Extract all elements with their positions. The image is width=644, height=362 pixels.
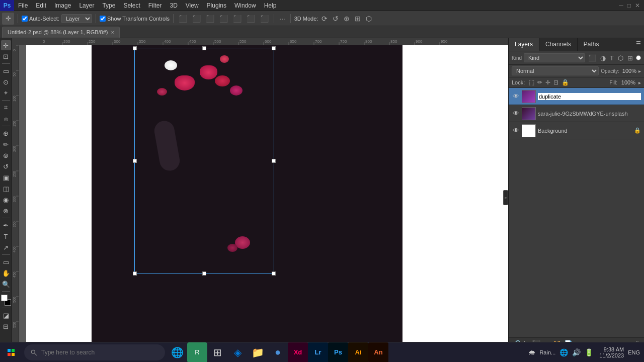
show-transform-checkbox[interactable]: Show Transform Controls <box>100 16 170 22</box>
layer-name-input-duplicate[interactable] <box>538 93 641 100</box>
taskbar-photoshop-icon[interactable]: Ps <box>328 342 348 363</box>
layer-item-duplicate[interactable]: 👁 <box>509 88 644 105</box>
handle-bm[interactable] <box>202 272 206 276</box>
marquee-tool[interactable]: ▭ <box>1 66 11 76</box>
menu-3d[interactable]: 3D <box>166 1 181 10</box>
layer-item-background[interactable]: 👁 Background 🔒 <box>509 122 644 139</box>
lock-image-icon[interactable]: ✏ <box>537 79 542 86</box>
taskbar-start-button[interactable] <box>0 342 22 363</box>
tray-network-icon[interactable]: 🌐 <box>559 348 568 356</box>
path-select-tool[interactable]: ↗ <box>1 242 11 252</box>
align-center-h-icon[interactable]: ⬛ <box>231 14 243 24</box>
fill-arrow[interactable]: ▸ <box>638 80 641 85</box>
foreground-color-swatch[interactable] <box>1 295 8 301</box>
lasso-tool[interactable]: ⊙ <box>1 77 11 87</box>
lock-transparent-icon[interactable]: ⬚ <box>529 79 534 86</box>
layer-vis-duplicate[interactable]: 👁 <box>512 93 520 100</box>
align-top-icon[interactable]: ⬛ <box>218 14 229 24</box>
menu-plugins[interactable]: Plugins <box>203 1 230 10</box>
menu-select[interactable]: Select <box>119 1 144 10</box>
menu-filter[interactable]: Filter <box>144 1 166 10</box>
align-bottom-icon[interactable]: ⬛ <box>245 14 257 24</box>
menu-edit[interactable]: Edit <box>32 1 50 10</box>
eraser-tool[interactable]: ▣ <box>1 172 11 183</box>
crop-tool[interactable]: ⌗ <box>1 103 11 113</box>
taskbar-search-box[interactable] <box>24 344 165 360</box>
handle-bl[interactable] <box>133 272 137 276</box>
quick-mask-btn[interactable]: ◪ <box>1 310 11 320</box>
handle-br[interactable] <box>272 272 276 276</box>
hand-tool[interactable]: ✋ <box>1 268 11 278</box>
align-left-icon[interactable]: ⬛ <box>177 14 189 24</box>
3d-pan-icon[interactable]: ⊕ <box>342 14 351 24</box>
menu-view[interactable]: View <box>182 1 203 10</box>
dodge-tool[interactable]: ⊗ <box>1 206 11 216</box>
blur-tool[interactable]: ◉ <box>1 195 11 205</box>
spot-healing-tool[interactable]: ⊕ <box>1 128 11 138</box>
taskbar-explorer-icon[interactable]: 📁 <box>248 342 268 363</box>
taskbar-illustrator-icon[interactable]: Ai <box>348 342 368 363</box>
clone-stamp-tool[interactable]: ⊚ <box>1 150 11 160</box>
kind-dropdown[interactable]: Kind <box>524 53 585 62</box>
tray-battery-icon[interactable]: 🔋 <box>585 348 593 356</box>
close-btn[interactable]: ✕ <box>635 2 640 9</box>
screen-mode-btn[interactable]: ⊟ <box>1 321 11 331</box>
handle-mr[interactable] <box>272 159 276 163</box>
taskbar-search-input[interactable] <box>41 349 159 356</box>
lock-all-icon[interactable]: 🔒 <box>561 79 569 86</box>
channels-tab[interactable]: Channels <box>539 38 578 51</box>
more-options-icon[interactable]: ··· <box>278 14 287 24</box>
taskbar-xd-icon[interactable]: Xd <box>288 342 308 363</box>
taskbar-rainmeter-icon[interactable]: R <box>187 342 207 363</box>
3d-slide-icon[interactable]: ⊞ <box>353 14 362 24</box>
panel-collapse-btn[interactable]: » <box>503 190 508 205</box>
move-tool-options[interactable]: ✛ <box>2 13 14 25</box>
taskbar-lightroom-icon[interactable]: Lr <box>308 342 328 363</box>
3d-roll-icon[interactable]: ↺ <box>331 14 340 24</box>
tray-rain-icon[interactable]: 🌧 <box>528 348 535 356</box>
tray-volume-icon[interactable]: 🔊 <box>572 348 581 356</box>
menu-file[interactable]: File <box>14 1 32 10</box>
distribute-icon[interactable]: ⬛ <box>259 14 270 24</box>
lock-artboard-icon[interactable]: ⊡ <box>553 79 558 86</box>
auto-select-checkbox[interactable]: Auto-Select: <box>22 16 59 22</box>
layer-select-dropdown[interactable]: Layer Group <box>61 14 92 23</box>
taskbar-animate-icon[interactable]: An <box>368 342 388 363</box>
layer-filter-shape[interactable]: ⬡ <box>617 54 624 62</box>
layer-filter-toggle[interactable] <box>636 55 641 60</box>
history-brush-tool[interactable]: ↺ <box>1 161 11 171</box>
layer-filter-pixel[interactable]: ⬛ <box>587 54 597 62</box>
3d-orbit-icon[interactable]: ⟳ <box>320 14 329 24</box>
gradient-tool[interactable]: ◫ <box>1 184 11 194</box>
taskbar-edge-icon[interactable]: ◈ <box>227 342 248 363</box>
layer-filter-type[interactable]: T <box>609 54 615 62</box>
opacity-arrow[interactable]: ▸ <box>638 68 641 74</box>
minimize-btn[interactable]: ─ <box>619 2 623 9</box>
rectangle-tool[interactable]: ▭ <box>1 257 11 267</box>
panel-menu-icon[interactable]: ☰ <box>633 38 644 51</box>
handle-tl[interactable] <box>133 46 137 50</box>
pen-tool[interactable]: ✒ <box>1 220 11 230</box>
layer-vis-photo[interactable]: 👁 <box>512 110 520 117</box>
menu-help[interactable]: Help <box>260 1 281 10</box>
eyedropper-tool[interactable]: ⌾ <box>1 114 11 124</box>
align-right-icon[interactable]: ⬛ <box>204 14 216 24</box>
layers-tab[interactable]: Layers <box>509 38 539 51</box>
layer-filter-smart[interactable]: ⊞ <box>626 54 634 62</box>
document-tab-close[interactable]: × <box>111 29 114 35</box>
quick-select-tool[interactable]: ⌖ <box>1 88 11 98</box>
zoom-tool[interactable]: 🔍 <box>1 279 11 289</box>
layer-vis-background[interactable]: 👁 <box>512 127 520 134</box>
align-center-v-icon[interactable]: ⬛ <box>191 14 202 24</box>
lock-position-icon[interactable]: ✛ <box>545 79 550 86</box>
taskbar-widget-icon[interactable]: 🌐 <box>167 342 187 363</box>
handle-ml[interactable] <box>133 159 137 163</box>
document-tab[interactable]: Untitled-2.psd @ 88% (Layer 1, RGB/8#) × <box>2 27 120 38</box>
blend-mode-dropdown[interactable]: Normal Multiply Screen <box>512 66 599 75</box>
menu-type[interactable]: Type <box>98 1 119 10</box>
menu-image[interactable]: Image <box>50 1 75 10</box>
text-tool[interactable]: T <box>1 231 11 241</box>
3d-scale-icon[interactable]: ⬡ <box>364 14 373 24</box>
taskbar-chrome-icon[interactable]: ● <box>268 342 288 363</box>
layer-filter-adjust[interactable]: ◑ <box>599 54 607 62</box>
